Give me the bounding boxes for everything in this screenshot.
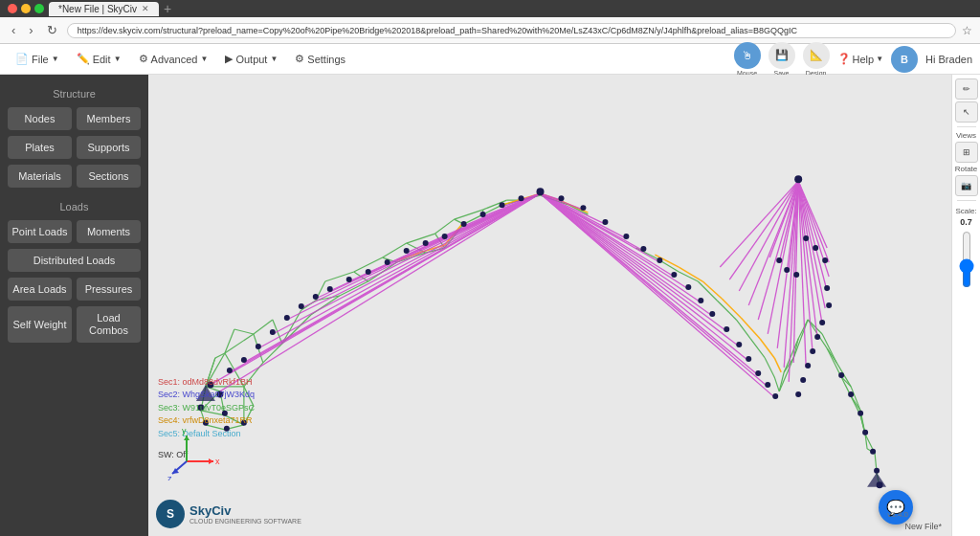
svg-point-182	[404, 248, 410, 254]
svg-point-175	[284, 315, 290, 321]
svg-point-178	[327, 286, 333, 292]
svg-point-190	[558, 195, 564, 201]
svg-point-194	[640, 246, 646, 252]
members-btn[interactable]: Members	[77, 107, 141, 130]
user-greeting: Hi Braden	[925, 54, 972, 65]
star-icon[interactable]: ☆	[962, 24, 972, 37]
plates-btn[interactable]: Plates	[8, 136, 72, 159]
supports-btn[interactable]: Supports	[77, 136, 141, 159]
new-tab-btn[interactable]: +	[164, 1, 171, 16]
svg-point-174	[270, 329, 276, 335]
logo-sub-text: CLOUD ENGINEERING SOFTWARE	[189, 518, 301, 525]
sections-btn[interactable]: Sections	[77, 165, 141, 188]
svg-point-187	[500, 202, 505, 208]
svg-text:x: x	[215, 457, 220, 466]
left-sidebar: Structure Nodes Members Plates Supports …	[0, 75, 148, 536]
svg-text:y: y	[182, 428, 187, 436]
scale-label: Scale:	[955, 207, 976, 215]
close-dot[interactable]	[8, 4, 17, 13]
design-btn[interactable]: 📐	[803, 42, 830, 69]
load-combos-btn[interactable]: Load Combos	[77, 306, 141, 343]
svg-point-220	[795, 391, 801, 397]
svg-point-173	[256, 344, 261, 349]
new-file-btn[interactable]: New File*	[904, 522, 942, 531]
moments-btn[interactable]: Moments	[77, 220, 141, 243]
structure-section-title: Structure	[8, 88, 141, 100]
logo-main-text: SkyCiv	[189, 503, 301, 518]
camera-btn[interactable]: 📷	[955, 175, 978, 196]
svg-point-214	[826, 302, 832, 308]
rt-divider-2	[957, 200, 976, 201]
svg-point-183	[423, 240, 429, 246]
cursor-tool-btn[interactable]: ↖	[955, 101, 978, 123]
help-icon: ❓	[837, 53, 851, 65]
svg-point-206	[776, 257, 782, 263]
advanced-menu-btn[interactable]: ⚙ Advanced ▼	[131, 49, 216, 69]
svg-point-180	[366, 269, 371, 275]
help-btn[interactable]: ❓ Help ▼	[837, 53, 884, 65]
mouse-mode-btn[interactable]: 🖱	[734, 42, 761, 69]
svg-point-223	[858, 411, 863, 416]
svg-point-225	[870, 449, 876, 455]
views-btn[interactable]: ⊞	[955, 142, 978, 163]
svg-point-211	[813, 245, 818, 251]
pencil-tool-btn[interactable]: ✏	[955, 78, 978, 100]
output-chevron-icon: ▼	[270, 55, 278, 63]
svg-point-184	[442, 234, 448, 239]
area-loads-btn[interactable]: Area Loads	[8, 278, 72, 301]
browser-tab[interactable]: *New File | SkyCiv ✕	[49, 2, 159, 16]
loads-section-title: Loads	[8, 201, 141, 212]
svg-point-201	[736, 342, 742, 347]
nodes-btn[interactable]: Nodes	[8, 107, 72, 130]
svg-point-217	[810, 348, 815, 354]
address-bar: ‹ › ↻ ☆	[0, 17, 980, 44]
skyciv-logo: S SkyCiv CLOUD ENGINEERING SOFTWARE	[156, 500, 301, 528]
canvas-area[interactable]: Sec1: odMd88dvRkf1BH Sec2: WhgSka07jW3Kd…	[148, 75, 951, 536]
maximize-dot[interactable]	[34, 4, 44, 13]
minimize-dot[interactable]	[21, 4, 31, 13]
distributed-loads-btn[interactable]: Distributed Loads	[8, 249, 141, 272]
main-area: Structure Nodes Members Plates Supports …	[0, 75, 980, 536]
svg-text:z: z	[167, 474, 172, 480]
forward-btn[interactable]: ›	[25, 21, 36, 39]
svg-point-172	[241, 357, 247, 363]
pressures-btn[interactable]: Pressures	[77, 278, 141, 301]
scale-slider[interactable]	[959, 231, 974, 288]
svg-point-203	[755, 370, 761, 376]
version-badge: v3.4.0	[887, 510, 908, 519]
output-icon: ▶	[225, 53, 233, 65]
output-menu-btn[interactable]: ▶ Output ▼	[217, 49, 285, 69]
edit-chevron-icon: ▼	[114, 55, 122, 63]
materials-sections-row: Materials Sections	[8, 165, 141, 188]
tab-close-btn[interactable]: ✕	[142, 4, 149, 13]
svg-point-176	[299, 303, 304, 309]
advanced-icon: ⚙	[139, 53, 148, 65]
chat-bubble-btn[interactable]: 💬	[879, 490, 913, 525]
svg-point-191	[580, 205, 586, 211]
file-menu-btn[interactable]: 📄 File ▼	[8, 49, 67, 69]
refresh-btn[interactable]: ↻	[43, 21, 61, 39]
svg-point-186	[480, 212, 486, 217]
rotate-label: Rotate	[955, 165, 978, 173]
svg-point-202	[746, 356, 751, 362]
top-right-controls: 🖱 Mouse 💾 Save 📐 Design ❓ Help ▼ B Hi Br…	[734, 42, 972, 77]
materials-btn[interactable]: Materials	[8, 165, 72, 188]
plates-supports-row: Plates Supports	[8, 136, 141, 159]
svg-point-218	[805, 363, 811, 368]
url-input[interactable]	[67, 23, 956, 38]
back-btn[interactable]: ‹	[8, 21, 19, 39]
settings-icon: ⚙	[295, 53, 304, 65]
svg-point-208	[793, 272, 799, 278]
edit-menu-btn[interactable]: ✏️ Edit ▼	[69, 49, 129, 69]
svg-point-199	[709, 311, 715, 317]
save-btn[interactable]: 💾	[768, 42, 795, 69]
self-weight-btn[interactable]: Self Weight	[8, 306, 72, 343]
address-bar-icons: ☆	[962, 24, 972, 37]
svg-point-195	[657, 257, 662, 263]
area-loads-pressures-row: Area Loads Pressures	[8, 278, 141, 301]
sec2-label: Sec2: WhgSka07jW3Kdq	[158, 389, 255, 402]
scale-slider-container	[959, 231, 974, 288]
avatar[interactable]: B	[891, 46, 918, 73]
point-loads-btn[interactable]: Point Loads	[8, 220, 72, 243]
settings-menu-btn[interactable]: ⚙ Settings	[287, 49, 353, 69]
